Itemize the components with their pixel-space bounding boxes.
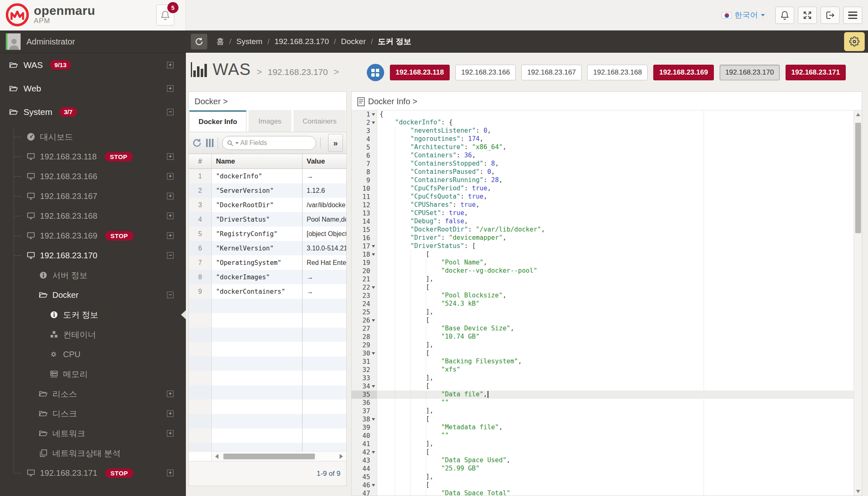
- fold-arrow-icon[interactable]: [370, 253, 377, 256]
- table-row[interactable]: 7"OperatingSystem"Red Hat Enter: [189, 255, 346, 270]
- server-button-192.168.23.171[interactable]: 192.168.23.171: [786, 65, 846, 80]
- server-button-192.168.23.166[interactable]: 192.168.23.166: [455, 65, 516, 80]
- logout-button[interactable]: [821, 7, 840, 24]
- code-line[interactable]: "Data Space Total": [377, 489, 854, 496]
- code-line[interactable]: ],: [377, 275, 854, 283]
- code-line[interactable]: "Driver": "devicemapper",: [377, 234, 854, 242]
- tab-docker-info[interactable]: Docker Info: [189, 110, 246, 132]
- code-line[interactable]: "Pool Blocksize",: [377, 292, 854, 300]
- code-line[interactable]: "DockerRootDir": "/var/lib/docker",: [377, 226, 854, 234]
- sidebar-item-192.168.23.168[interactable]: 192.168.23.168+: [0, 206, 186, 226]
- fold-arrow-icon[interactable]: [370, 122, 377, 124]
- expand-plus-icon[interactable]: +: [167, 193, 174, 199]
- logo[interactable]: openmaru APM: [6, 3, 95, 26]
- code-line[interactable]: "ContainersStopped": 8,: [377, 160, 854, 168]
- sidebar-item-리소스[interactable]: 리소스+: [0, 384, 186, 404]
- notification-bell-button[interactable]: 5: [156, 5, 174, 26]
- code-line[interactable]: "Base Device Size",: [377, 325, 854, 333]
- collapse-minus-icon[interactable]: −: [167, 252, 174, 259]
- expand-plus-icon[interactable]: +: [167, 232, 174, 239]
- alerts-button[interactable]: [775, 7, 794, 24]
- breadcrumb-item[interactable]: 홈: [216, 36, 224, 47]
- table-row[interactable]: 8"dockerImages"→: [189, 270, 346, 284]
- code-line[interactable]: ],: [377, 341, 854, 349]
- json-editor[interactable]: 1234567891011121314151617181920212223242…: [352, 110, 862, 496]
- fold-arrow-icon[interactable]: [370, 113, 377, 116]
- hscroll-track[interactable]: [222, 454, 340, 459]
- code-line[interactable]: "DriverStatus": [: [377, 242, 854, 250]
- hscroll-thumb[interactable]: [223, 454, 315, 459]
- code-line[interactable]: "524.3 kB": [377, 300, 854, 308]
- sidebar-item-네트워크상태-분석[interactable]: 네트워크상태 분석: [0, 443, 186, 463]
- code-line[interactable]: "xfs": [377, 366, 854, 374]
- table-row[interactable]: 6"KernelVersion"3.10.0-514.21: [189, 241, 346, 255]
- code-line[interactable]: "Data file",: [377, 391, 854, 399]
- table-row[interactable]: 1"dockerInfo"→: [189, 169, 346, 183]
- sidebar-item-도커-정보[interactable]: 도커 정보: [0, 305, 186, 325]
- code-line[interactable]: "": [377, 432, 854, 440]
- sidebar-item-서버-정보[interactable]: 서버 정보: [0, 265, 186, 285]
- grid-refresh-button[interactable]: [192, 138, 202, 148]
- code-line[interactable]: [: [377, 349, 854, 358]
- table-row[interactable]: 2"ServerVersion"1.12.6: [189, 183, 346, 198]
- sidebar-item-192.168.23.169[interactable]: 192.168.23.169STOP+: [0, 226, 186, 246]
- scroll-down-icon[interactable]: [856, 490, 860, 493]
- editor-code-area[interactable]: {"dockerInfo": {"neventsListener": 0,"ng…: [377, 110, 854, 496]
- search-input[interactable]: [240, 139, 302, 147]
- breadcrumb-item[interactable]: Docker: [341, 37, 366, 46]
- server-button-192.168.23.167[interactable]: 192.168.23.167: [521, 65, 582, 80]
- language-selector[interactable]: 한국어: [722, 10, 765, 21]
- code-line[interactable]: "Containers": 36,: [377, 152, 854, 160]
- code-line[interactable]: [: [377, 448, 854, 456]
- fold-arrow-icon[interactable]: [370, 245, 377, 248]
- sidebar-item-192.168.23.171[interactable]: 192.168.23.171STOP+: [0, 463, 186, 483]
- code-line[interactable]: [: [377, 283, 854, 292]
- code-line[interactable]: [: [377, 316, 854, 325]
- sidebar-item-system[interactable]: System3/7−: [0, 100, 186, 124]
- code-line[interactable]: "ngoroutines": 174,: [377, 135, 854, 143]
- collapse-minus-icon[interactable]: −: [167, 292, 174, 298]
- code-line[interactable]: [: [377, 382, 854, 391]
- code-line[interactable]: "dockerInfo": {: [377, 119, 854, 127]
- sidebar-item-디스크[interactable]: 디스크+: [0, 404, 186, 423]
- server-button-192.168.23.168[interactable]: 192.168.23.168: [587, 65, 647, 80]
- code-line[interactable]: [: [377, 481, 854, 489]
- scroll-up-icon[interactable]: [856, 113, 860, 116]
- expand-plus-icon[interactable]: +: [167, 153, 174, 160]
- sidebar-item-192.168.23.166[interactable]: 192.168.23.166+: [0, 166, 186, 186]
- fold-arrow-icon[interactable]: [370, 385, 377, 388]
- expand-plus-icon[interactable]: +: [167, 430, 174, 437]
- tab-containers[interactable]: Containers: [293, 110, 346, 132]
- more-columns-button[interactable]: »: [328, 134, 343, 152]
- settings-button[interactable]: [844, 32, 865, 51]
- code-line[interactable]: "ContainersPaused": 0,: [377, 168, 854, 176]
- code-line[interactable]: ],: [377, 440, 854, 448]
- fold-arrow-icon[interactable]: [370, 451, 377, 454]
- code-line[interactable]: "Pool Name",: [377, 259, 854, 267]
- horizontal-scrollbar[interactable]: [189, 451, 346, 461]
- code-line[interactable]: "neventsListener": 0,: [377, 127, 854, 135]
- column-header-Name[interactable]: Name: [212, 154, 303, 168]
- table-row[interactable]: 4"DriverStatus"Pool Name,do: [189, 212, 346, 227]
- sidebar-item-web[interactable]: Web+: [0, 77, 186, 100]
- breadcrumb-item[interactable]: System: [236, 37, 262, 46]
- expand-plus-icon[interactable]: +: [167, 213, 174, 219]
- code-line[interactable]: [: [377, 250, 854, 259]
- code-line[interactable]: "CPUSet": true,: [377, 209, 854, 218]
- table-row[interactable]: 3"DockerRootDir"/var/lib/docke: [189, 198, 346, 212]
- code-line[interactable]: "Backing Filesystem",: [377, 358, 854, 366]
- menu-button[interactable]: [843, 7, 862, 24]
- sidebar-item-네트워크[interactable]: 네트워크+: [0, 423, 186, 443]
- sidebar-item-cpu[interactable]: CPU: [0, 344, 186, 364]
- table-row[interactable]: 5"RegistryConfig"[object Object: [189, 227, 346, 241]
- fold-arrow-icon[interactable]: [370, 418, 377, 421]
- expand-plus-icon[interactable]: +: [167, 62, 174, 68]
- sidebar-item-메모리[interactable]: 메모리: [0, 364, 186, 384]
- code-line[interactable]: ],: [377, 473, 854, 481]
- fold-arrow-icon[interactable]: [370, 286, 377, 289]
- column-header-num[interactable]: #: [189, 154, 212, 168]
- code-line[interactable]: ],: [377, 407, 854, 415]
- code-line[interactable]: [: [377, 415, 854, 423]
- server-grid-button[interactable]: [367, 64, 384, 81]
- sidebar-item-192.168.23.170[interactable]: 192.168.23.170−: [0, 246, 186, 265]
